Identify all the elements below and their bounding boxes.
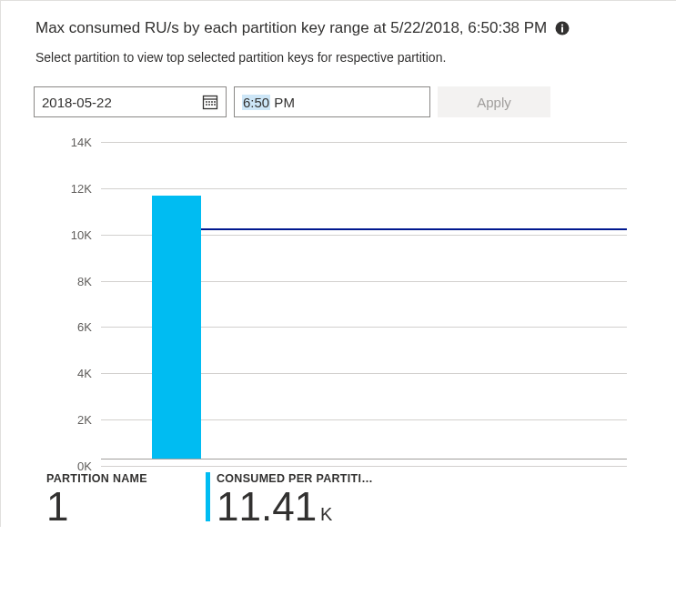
y-tick-label: 0K bbox=[37, 459, 101, 473]
metric-label: PARTITION NAME bbox=[46, 472, 206, 485]
metric-value: 1 bbox=[46, 487, 206, 527]
svg-point-11 bbox=[211, 104, 213, 106]
metric-value: 11.41K bbox=[217, 487, 373, 527]
threshold-line bbox=[201, 228, 627, 231]
svg-point-9 bbox=[206, 104, 207, 106]
svg-point-10 bbox=[208, 104, 210, 106]
metrics-row: PARTITION NAME 1 CONSUMED PER PARTITI… 1… bbox=[1, 465, 676, 527]
chart-container: 14K12K10K8K6K4K2K0K bbox=[1, 117, 676, 465]
svg-rect-2 bbox=[561, 27, 563, 33]
controls-row: 2018-05-22 6:50 PM Apply bbox=[1, 65, 676, 117]
metric-partition-name[interactable]: PARTITION NAME 1 bbox=[46, 472, 206, 527]
date-input[interactable]: 2018-05-22 bbox=[34, 86, 227, 117]
y-tick-label: 10K bbox=[37, 228, 101, 242]
panel-subtitle: Select partition to view top selected pa… bbox=[1, 37, 676, 65]
metric-consumed[interactable]: CONSUMED PER PARTITI… 11.41K bbox=[206, 472, 373, 527]
metric-label: CONSUMED PER PARTITI… bbox=[217, 472, 373, 485]
svg-point-5 bbox=[206, 101, 207, 103]
svg-point-6 bbox=[208, 101, 210, 103]
x-axis-line bbox=[101, 459, 627, 459]
metrics-panel: Max consumed RU/s by each partition key … bbox=[0, 0, 676, 527]
y-tick-label: 4K bbox=[37, 367, 101, 380]
y-tick-label: 2K bbox=[37, 413, 101, 427]
header: Max consumed RU/s by each partition key … bbox=[1, 19, 676, 37]
svg-point-7 bbox=[211, 101, 213, 103]
date-value: 2018-05-22 bbox=[35, 95, 195, 110]
time-value: 6:50 PM bbox=[235, 95, 302, 110]
y-tick-label: 12K bbox=[37, 182, 101, 196]
plot-area bbox=[101, 136, 627, 465]
bar[interactable] bbox=[152, 196, 201, 459]
info-icon[interactable] bbox=[554, 20, 570, 36]
panel-title: Max consumed RU/s by each partition key … bbox=[35, 19, 547, 37]
svg-point-1 bbox=[561, 24, 563, 25]
time-input[interactable]: 6:50 PM bbox=[234, 86, 430, 117]
apply-button[interactable]: Apply bbox=[438, 86, 550, 117]
y-tick-label: 8K bbox=[37, 275, 101, 288]
svg-point-12 bbox=[214, 104, 216, 106]
svg-point-8 bbox=[214, 101, 216, 103]
calendar-icon[interactable] bbox=[195, 87, 226, 116]
gridline bbox=[101, 466, 627, 467]
bar-chart[interactable]: 14K12K10K8K6K4K2K0K bbox=[37, 136, 663, 465]
y-tick-label: 6K bbox=[37, 320, 101, 334]
y-tick-label: 14K bbox=[37, 136, 101, 149]
